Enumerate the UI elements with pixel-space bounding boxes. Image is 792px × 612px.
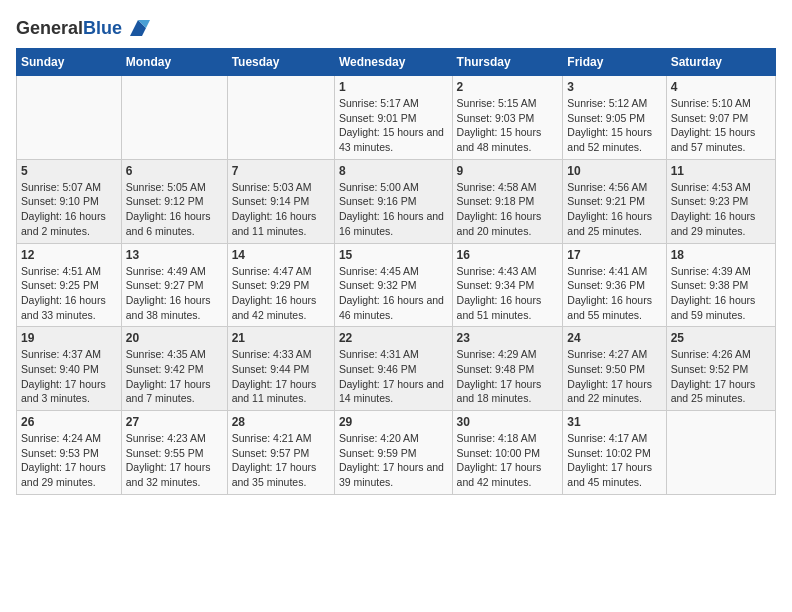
day-info: Sunrise: 5:00 AMSunset: 9:16 PMDaylight:… bbox=[339, 180, 448, 239]
calendar-cell: 30Sunrise: 4:18 AMSunset: 10:00 PMDaylig… bbox=[452, 411, 563, 495]
calendar-cell: 24Sunrise: 4:27 AMSunset: 9:50 PMDayligh… bbox=[563, 327, 666, 411]
day-info: Sunrise: 5:07 AMSunset: 9:10 PMDaylight:… bbox=[21, 180, 117, 239]
day-number: 22 bbox=[339, 331, 448, 345]
weekday-header: Saturday bbox=[666, 49, 775, 76]
weekday-header: Thursday bbox=[452, 49, 563, 76]
day-info: Sunrise: 5:12 AMSunset: 9:05 PMDaylight:… bbox=[567, 96, 661, 155]
day-info: Sunrise: 4:49 AMSunset: 9:27 PMDaylight:… bbox=[126, 264, 223, 323]
calendar-cell: 21Sunrise: 4:33 AMSunset: 9:44 PMDayligh… bbox=[227, 327, 334, 411]
calendar-cell: 25Sunrise: 4:26 AMSunset: 9:52 PMDayligh… bbox=[666, 327, 775, 411]
day-number: 21 bbox=[232, 331, 330, 345]
day-info: Sunrise: 4:37 AMSunset: 9:40 PMDaylight:… bbox=[21, 347, 117, 406]
day-info: Sunrise: 5:15 AMSunset: 9:03 PMDaylight:… bbox=[457, 96, 559, 155]
calendar-cell bbox=[17, 76, 122, 160]
calendar-cell bbox=[227, 76, 334, 160]
day-info: Sunrise: 4:24 AMSunset: 9:53 PMDaylight:… bbox=[21, 431, 117, 490]
calendar-week-row: 19Sunrise: 4:37 AMSunset: 9:40 PMDayligh… bbox=[17, 327, 776, 411]
day-number: 26 bbox=[21, 415, 117, 429]
calendar-week-row: 1Sunrise: 5:17 AMSunset: 9:01 PMDaylight… bbox=[17, 76, 776, 160]
day-number: 30 bbox=[457, 415, 559, 429]
calendar-cell: 14Sunrise: 4:47 AMSunset: 9:29 PMDayligh… bbox=[227, 243, 334, 327]
calendar-cell: 12Sunrise: 4:51 AMSunset: 9:25 PMDayligh… bbox=[17, 243, 122, 327]
logo-icon bbox=[126, 16, 150, 40]
day-number: 19 bbox=[21, 331, 117, 345]
calendar-cell: 1Sunrise: 5:17 AMSunset: 9:01 PMDaylight… bbox=[334, 76, 452, 160]
weekday-header: Wednesday bbox=[334, 49, 452, 76]
day-number: 29 bbox=[339, 415, 448, 429]
day-number: 3 bbox=[567, 80, 661, 94]
day-info: Sunrise: 5:05 AMSunset: 9:12 PMDaylight:… bbox=[126, 180, 223, 239]
calendar-cell: 18Sunrise: 4:39 AMSunset: 9:38 PMDayligh… bbox=[666, 243, 775, 327]
calendar-cell: 23Sunrise: 4:29 AMSunset: 9:48 PMDayligh… bbox=[452, 327, 563, 411]
day-info: Sunrise: 5:17 AMSunset: 9:01 PMDaylight:… bbox=[339, 96, 448, 155]
day-number: 13 bbox=[126, 248, 223, 262]
day-info: Sunrise: 4:27 AMSunset: 9:50 PMDaylight:… bbox=[567, 347, 661, 406]
calendar-cell: 7Sunrise: 5:03 AMSunset: 9:14 PMDaylight… bbox=[227, 159, 334, 243]
day-info: Sunrise: 4:20 AMSunset: 9:59 PMDaylight:… bbox=[339, 431, 448, 490]
day-info: Sunrise: 4:39 AMSunset: 9:38 PMDaylight:… bbox=[671, 264, 771, 323]
day-number: 10 bbox=[567, 164, 661, 178]
calendar-cell: 28Sunrise: 4:21 AMSunset: 9:57 PMDayligh… bbox=[227, 411, 334, 495]
day-info: Sunrise: 4:17 AMSunset: 10:02 PMDaylight… bbox=[567, 431, 661, 490]
calendar-cell: 26Sunrise: 4:24 AMSunset: 9:53 PMDayligh… bbox=[17, 411, 122, 495]
day-number: 5 bbox=[21, 164, 117, 178]
day-number: 9 bbox=[457, 164, 559, 178]
page-header: GeneralBlue bbox=[16, 16, 776, 40]
day-number: 25 bbox=[671, 331, 771, 345]
day-number: 1 bbox=[339, 80, 448, 94]
day-info: Sunrise: 5:10 AMSunset: 9:07 PMDaylight:… bbox=[671, 96, 771, 155]
day-info: Sunrise: 4:56 AMSunset: 9:21 PMDaylight:… bbox=[567, 180, 661, 239]
calendar-week-row: 26Sunrise: 4:24 AMSunset: 9:53 PMDayligh… bbox=[17, 411, 776, 495]
weekday-header: Sunday bbox=[17, 49, 122, 76]
day-info: Sunrise: 4:58 AMSunset: 9:18 PMDaylight:… bbox=[457, 180, 559, 239]
day-number: 27 bbox=[126, 415, 223, 429]
calendar-cell: 31Sunrise: 4:17 AMSunset: 10:02 PMDaylig… bbox=[563, 411, 666, 495]
calendar-cell: 11Sunrise: 4:53 AMSunset: 9:23 PMDayligh… bbox=[666, 159, 775, 243]
day-number: 17 bbox=[567, 248, 661, 262]
day-number: 7 bbox=[232, 164, 330, 178]
day-info: Sunrise: 4:53 AMSunset: 9:23 PMDaylight:… bbox=[671, 180, 771, 239]
calendar-cell: 20Sunrise: 4:35 AMSunset: 9:42 PMDayligh… bbox=[121, 327, 227, 411]
calendar-cell: 5Sunrise: 5:07 AMSunset: 9:10 PMDaylight… bbox=[17, 159, 122, 243]
day-info: Sunrise: 4:23 AMSunset: 9:55 PMDaylight:… bbox=[126, 431, 223, 490]
day-number: 4 bbox=[671, 80, 771, 94]
calendar-cell: 29Sunrise: 4:20 AMSunset: 9:59 PMDayligh… bbox=[334, 411, 452, 495]
day-info: Sunrise: 4:45 AMSunset: 9:32 PMDaylight:… bbox=[339, 264, 448, 323]
day-info: Sunrise: 4:18 AMSunset: 10:00 PMDaylight… bbox=[457, 431, 559, 490]
day-number: 31 bbox=[567, 415, 661, 429]
calendar-cell bbox=[121, 76, 227, 160]
day-info: Sunrise: 5:03 AMSunset: 9:14 PMDaylight:… bbox=[232, 180, 330, 239]
calendar-cell: 9Sunrise: 4:58 AMSunset: 9:18 PMDaylight… bbox=[452, 159, 563, 243]
day-number: 15 bbox=[339, 248, 448, 262]
day-number: 23 bbox=[457, 331, 559, 345]
calendar-cell: 4Sunrise: 5:10 AMSunset: 9:07 PMDaylight… bbox=[666, 76, 775, 160]
day-info: Sunrise: 4:31 AMSunset: 9:46 PMDaylight:… bbox=[339, 347, 448, 406]
day-info: Sunrise: 4:21 AMSunset: 9:57 PMDaylight:… bbox=[232, 431, 330, 490]
calendar-cell bbox=[666, 411, 775, 495]
calendar-week-row: 5Sunrise: 5:07 AMSunset: 9:10 PMDaylight… bbox=[17, 159, 776, 243]
day-number: 20 bbox=[126, 331, 223, 345]
day-info: Sunrise: 4:26 AMSunset: 9:52 PMDaylight:… bbox=[671, 347, 771, 406]
day-info: Sunrise: 4:35 AMSunset: 9:42 PMDaylight:… bbox=[126, 347, 223, 406]
day-number: 8 bbox=[339, 164, 448, 178]
calendar-cell: 19Sunrise: 4:37 AMSunset: 9:40 PMDayligh… bbox=[17, 327, 122, 411]
calendar-cell: 15Sunrise: 4:45 AMSunset: 9:32 PMDayligh… bbox=[334, 243, 452, 327]
day-number: 11 bbox=[671, 164, 771, 178]
day-info: Sunrise: 4:41 AMSunset: 9:36 PMDaylight:… bbox=[567, 264, 661, 323]
day-number: 16 bbox=[457, 248, 559, 262]
day-info: Sunrise: 4:33 AMSunset: 9:44 PMDaylight:… bbox=[232, 347, 330, 406]
day-info: Sunrise: 4:51 AMSunset: 9:25 PMDaylight:… bbox=[21, 264, 117, 323]
day-number: 18 bbox=[671, 248, 771, 262]
calendar-cell: 3Sunrise: 5:12 AMSunset: 9:05 PMDaylight… bbox=[563, 76, 666, 160]
calendar-cell: 8Sunrise: 5:00 AMSunset: 9:16 PMDaylight… bbox=[334, 159, 452, 243]
calendar-cell: 6Sunrise: 5:05 AMSunset: 9:12 PMDaylight… bbox=[121, 159, 227, 243]
calendar-cell: 27Sunrise: 4:23 AMSunset: 9:55 PMDayligh… bbox=[121, 411, 227, 495]
calendar-cell: 17Sunrise: 4:41 AMSunset: 9:36 PMDayligh… bbox=[563, 243, 666, 327]
day-number: 14 bbox=[232, 248, 330, 262]
day-info: Sunrise: 4:47 AMSunset: 9:29 PMDaylight:… bbox=[232, 264, 330, 323]
calendar-table: SundayMondayTuesdayWednesdayThursdayFrid… bbox=[16, 48, 776, 495]
day-number: 28 bbox=[232, 415, 330, 429]
calendar-cell: 22Sunrise: 4:31 AMSunset: 9:46 PMDayligh… bbox=[334, 327, 452, 411]
day-number: 12 bbox=[21, 248, 117, 262]
weekday-header: Tuesday bbox=[227, 49, 334, 76]
